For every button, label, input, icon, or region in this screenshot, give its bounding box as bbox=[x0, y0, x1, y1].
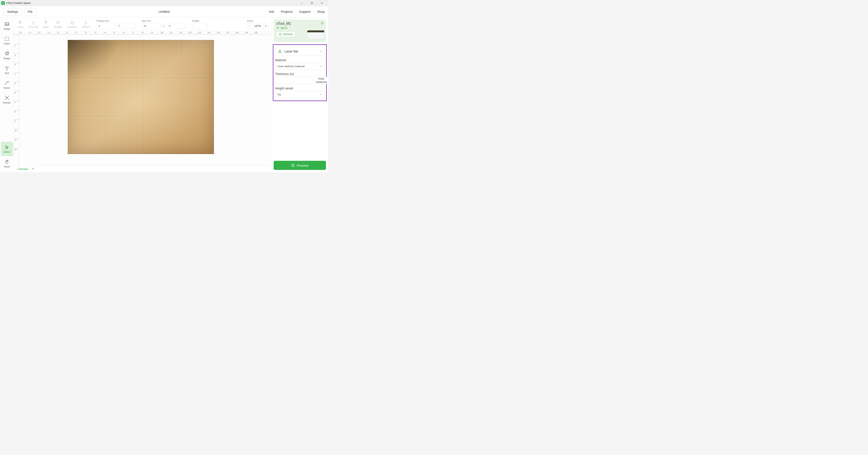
zoom-in-button[interactable]: + bbox=[264, 23, 268, 29]
position-x-input[interactable] bbox=[96, 23, 115, 29]
tb-combine[interactable]: Combine bbox=[65, 18, 79, 30]
ruler-v-tick: 10 bbox=[14, 129, 19, 138]
reflect-icon bbox=[84, 21, 88, 25]
nav-support[interactable]: Support bbox=[299, 10, 311, 13]
app-window: X xTool Creative Space Settings File Unt… bbox=[0, 0, 328, 172]
tool-shape[interactable]: Shape bbox=[1, 48, 13, 62]
tool-insert[interactable]: Insert bbox=[1, 33, 13, 48]
laser-flat-icon bbox=[278, 49, 282, 54]
nav-info[interactable]: Info bbox=[269, 10, 274, 13]
device-image bbox=[307, 30, 324, 39]
refresh-button[interactable]: Refresh bbox=[276, 31, 295, 37]
svg-rect-16 bbox=[19, 21, 20, 22]
material-preview bbox=[68, 40, 214, 154]
arrange-icon bbox=[56, 21, 60, 25]
tool-image[interactable]: Image bbox=[1, 19, 13, 33]
hand-icon bbox=[4, 159, 9, 164]
tool-select[interactable]: Select bbox=[1, 142, 13, 156]
ruler-v-tick: 12 bbox=[14, 148, 19, 157]
svg-point-12 bbox=[8, 52, 9, 53]
svg-point-13 bbox=[5, 84, 6, 85]
ruler-h-tick: 11 bbox=[170, 31, 179, 34]
window-close-button[interactable] bbox=[317, 0, 327, 6]
ruler-h-tick: -3 bbox=[38, 31, 47, 34]
ruler-v-tick: 9 bbox=[14, 120, 19, 129]
camera-icon bbox=[279, 33, 282, 36]
position-y-input[interactable] bbox=[116, 23, 135, 29]
ruler-h-tick: -1 bbox=[57, 31, 66, 34]
body: Image Insert Shape Text Vector Extract bbox=[0, 18, 328, 172]
tb-arrange-label: Arrange bbox=[54, 26, 62, 28]
tool-hand[interactable]: Hand bbox=[1, 156, 13, 171]
ruler-v-tick: 4 bbox=[14, 72, 19, 82]
material-select[interactable]: User-defined material bbox=[275, 63, 324, 70]
text-icon bbox=[4, 66, 9, 71]
svg-rect-19 bbox=[20, 22, 21, 24]
upper-toolbar: Array Smart fill Align Arrange Combine bbox=[14, 18, 271, 31]
tab-canvas1[interactable]: Canvas1 bbox=[17, 167, 29, 171]
position-label: Position (in) bbox=[96, 20, 135, 22]
ruler-h-tick: 13 bbox=[189, 31, 198, 34]
size-label: Size (in) bbox=[142, 20, 185, 22]
app-title: xTool Creative Space bbox=[6, 2, 31, 5]
tool-vector[interactable]: Vector bbox=[1, 78, 13, 92]
size-w-input[interactable] bbox=[142, 23, 161, 29]
tb-array[interactable]: Array bbox=[16, 18, 26, 30]
ruler-vertical: 123456789101112 bbox=[14, 35, 19, 165]
ruler-h-tick: 4 bbox=[104, 31, 113, 34]
tb-smartfill[interactable]: Smart fill bbox=[27, 18, 40, 30]
tool-extract[interactable]: Extract bbox=[1, 92, 13, 107]
svg-point-31 bbox=[278, 29, 278, 29]
ruler-v-tick bbox=[14, 35, 19, 44]
svg-rect-18 bbox=[19, 22, 20, 24]
tool-vector-label: Vector bbox=[3, 87, 10, 89]
ruler-h-tick: 15 bbox=[208, 31, 217, 34]
window-maximize-button[interactable] bbox=[307, 0, 317, 6]
tool-text[interactable]: Text bbox=[1, 63, 13, 77]
shape-icon bbox=[4, 51, 9, 56]
auto-measure-button[interactable]: Auto-measure bbox=[314, 77, 330, 84]
material-label: Material bbox=[275, 58, 324, 62]
ruler-h-tick: 9 bbox=[151, 31, 160, 34]
size-h-input[interactable] bbox=[167, 23, 185, 29]
ruler-h-tick: 7 bbox=[132, 31, 142, 34]
tb-smartfill-label: Smart fill bbox=[29, 26, 38, 28]
tb-align[interactable]: Align bbox=[41, 18, 51, 30]
thickness-label: Thickness (in) bbox=[275, 72, 324, 76]
tool-select-label: Select bbox=[3, 151, 10, 153]
ruler-h-tick: 12 bbox=[179, 31, 189, 34]
file-button[interactable]: File bbox=[24, 8, 36, 16]
app-icon: X bbox=[1, 1, 5, 5]
tb-arrange[interactable]: Arrange bbox=[52, 18, 64, 30]
ruler-v-tick: 5 bbox=[14, 82, 19, 91]
insert-icon bbox=[4, 36, 9, 41]
process-button[interactable]: Process bbox=[274, 161, 326, 170]
lock-icon[interactable] bbox=[162, 24, 165, 28]
settings-button[interactable]: Settings bbox=[3, 8, 22, 16]
canvas[interactable] bbox=[19, 35, 271, 165]
tool-image-label: Image bbox=[3, 28, 10, 30]
nav-shop[interactable]: Shop bbox=[317, 10, 324, 13]
svg-point-5 bbox=[6, 24, 6, 24]
rotate-label: Rotate bbox=[192, 20, 208, 22]
ruler-h-tick: 0 bbox=[66, 31, 75, 34]
mode-select[interactable]: Laser flat bbox=[275, 47, 324, 56]
height-raised-select[interactable]: No bbox=[275, 91, 324, 98]
position-section: Position (in) bbox=[96, 20, 135, 29]
add-canvas-button[interactable]: + bbox=[32, 166, 34, 171]
top-nav-links: Info Projects Support Shop bbox=[269, 10, 324, 13]
ruler-h-tick: 19 bbox=[245, 31, 254, 34]
window-minimize-button[interactable] bbox=[297, 0, 307, 6]
tb-reflect[interactable]: Reflect bbox=[80, 18, 92, 30]
chevron-down-icon bbox=[319, 50, 322, 53]
zoom-out-button[interactable]: - bbox=[247, 23, 252, 29]
zoom-section: Zoom - 147% + bbox=[247, 20, 268, 29]
nav-projects[interactable]: Projects bbox=[281, 10, 292, 13]
smartfill-icon bbox=[31, 21, 36, 25]
laser-settings-section: Laser flat Material User-defined materia… bbox=[273, 44, 327, 101]
gear-icon[interactable] bbox=[320, 21, 324, 25]
svg-rect-17 bbox=[20, 21, 21, 22]
thickness-input[interactable] bbox=[275, 77, 312, 84]
vector-icon bbox=[4, 81, 9, 86]
svg-rect-11 bbox=[8, 40, 9, 41]
